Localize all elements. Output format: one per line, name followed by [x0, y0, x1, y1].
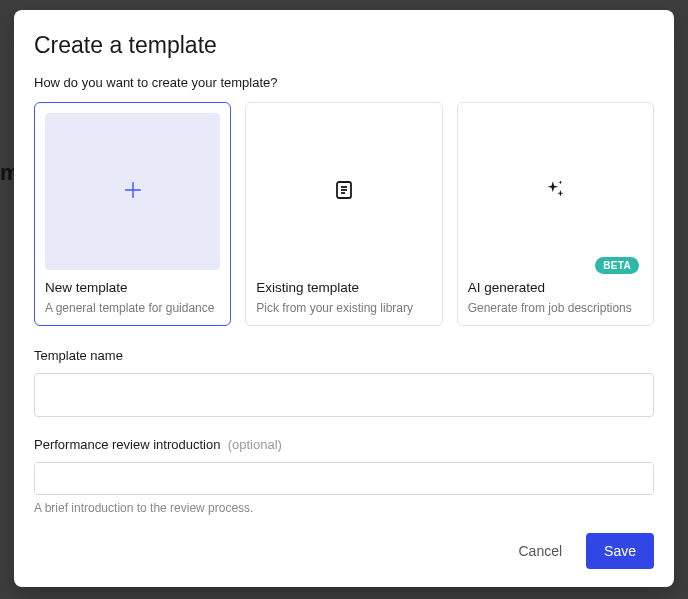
intro-textarea[interactable] — [34, 462, 654, 495]
option-title: New template — [45, 280, 220, 295]
template-options: New template A general template for guid… — [34, 102, 654, 326]
option-subtitle: A general template for guidance — [45, 301, 220, 315]
plus-icon — [122, 179, 144, 205]
option-canvas — [45, 113, 220, 270]
option-new-template[interactable]: New template A general template for guid… — [34, 102, 231, 326]
option-subtitle: Generate from job descriptions — [468, 301, 643, 315]
optional-hint: (optional) — [228, 437, 282, 452]
option-title: AI generated — [468, 280, 643, 295]
sparkle-icon — [542, 177, 568, 207]
option-ai-generated[interactable]: BETA AI generated Generate from job desc… — [457, 102, 654, 326]
save-button[interactable]: Save — [586, 533, 654, 569]
option-subtitle: Pick from your existing library — [256, 301, 431, 315]
template-name-label: Template name — [34, 348, 654, 363]
intro-label: Performance review introduction (optiona… — [34, 437, 654, 452]
option-existing-template[interactable]: Existing template Pick from your existin… — [245, 102, 442, 326]
intro-label-text: Performance review introduction — [34, 437, 220, 452]
background-fragment: m — [0, 158, 14, 188]
intro-helper: A brief introduction to the review proce… — [34, 501, 654, 515]
beta-badge: BETA — [595, 257, 639, 274]
create-template-modal: Create a template How do you want to cre… — [14, 10, 674, 587]
modal-footer: Cancel Save — [34, 533, 654, 569]
option-canvas — [468, 113, 643, 270]
modal-title: Create a template — [34, 32, 654, 59]
option-canvas — [256, 113, 431, 270]
option-title: Existing template — [256, 280, 431, 295]
cancel-button[interactable]: Cancel — [512, 535, 568, 567]
modal-prompt: How do you want to create your template? — [34, 75, 654, 90]
document-icon — [332, 178, 356, 206]
template-name-input[interactable] — [34, 373, 654, 417]
